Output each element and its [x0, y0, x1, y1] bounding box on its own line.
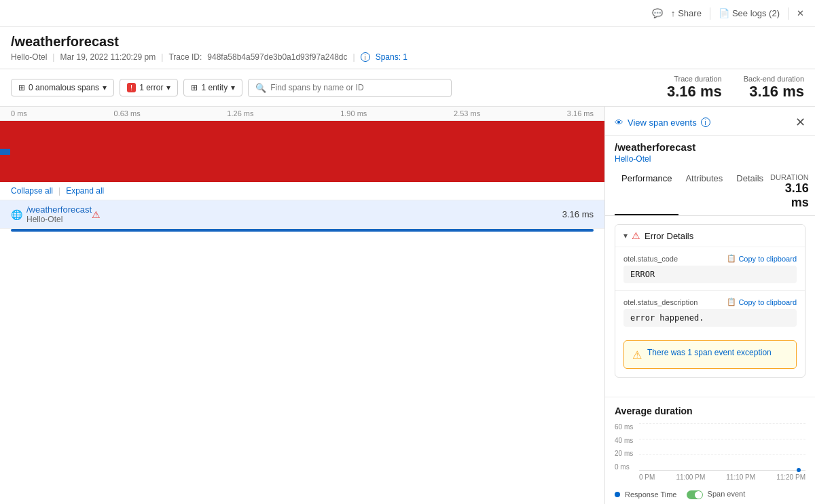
span-name: /weatherforecast	[26, 204, 92, 215]
error-badge-icon: ⚠	[632, 230, 640, 241]
view-span-events-link[interactable]: 👁 View span events i	[615, 118, 710, 128]
span-event-toggle[interactable]	[687, 490, 703, 499]
backend-duration-value: 3.16 ms	[744, 83, 804, 101]
divider	[788, 7, 789, 20]
trace-bar-red	[0, 121, 604, 182]
close-icon: ✕	[797, 8, 804, 18]
status-description-label-row: otel.status_description 📋 Copy to clipbo…	[623, 298, 797, 306]
anomalous-icon: ⊞	[18, 83, 25, 92]
anomalous-spans-button[interactable]: ⊞ 0 anomalous spans ▾	[11, 79, 114, 96]
header-meta: Hello-Otel | Mar 19, 2022 11:20:29 pm | …	[11, 52, 804, 62]
detail-content: ▾ ⚠ Error Details otel.status_code 📋 Cop…	[605, 216, 815, 397]
detail-duration: DURATION 3.16 ms	[770, 168, 809, 215]
entity-icon: ⊞	[191, 83, 198, 92]
tab-attributes[interactable]: Attributes	[678, 168, 729, 215]
span-service: Hello-Otel	[26, 215, 92, 224]
error-label: 1 error	[139, 83, 163, 92]
span-duration: 3.16 ms	[562, 209, 594, 219]
close-button[interactable]: ✕	[797, 8, 804, 18]
copy-status-code-button[interactable]: 📋 Copy to clipboard	[727, 254, 797, 263]
trace-duration-label: Trace duration	[667, 75, 722, 83]
expand-all-link[interactable]: Expand all	[66, 186, 104, 196]
error-section-header[interactable]: ▾ ⚠ Error Details	[615, 225, 805, 247]
trace-duration-block: Trace duration 3.16 ms	[667, 75, 722, 101]
trace-actions: Collapse all | Expand all	[0, 182, 604, 200]
exception-notice: ⚠ There was 1 span event exception	[623, 340, 797, 369]
error-filter-button[interactable]: ! 1 error ▾	[120, 79, 178, 96]
grid-line-60	[639, 423, 805, 424]
detail-close-button[interactable]: ✕	[795, 115, 805, 130]
divider	[710, 7, 710, 20]
trace-id-label: Trace ID:	[168, 52, 202, 62]
detail-panel: 👁 View span events i ✕ /weatherforecast …	[604, 107, 815, 504]
span-row[interactable]: 🌐 /weatherforecast Hello-Otel ⚠ 3.16 ms	[0, 200, 604, 229]
ruler-0: 0 ms	[11, 109, 27, 118]
service-name: Hello-Otel	[11, 52, 47, 62]
share-button[interactable]: ↑ Share	[671, 8, 702, 18]
avg-duration-title: Average duration	[615, 406, 805, 416]
error-icon: ⚠	[92, 209, 101, 220]
chart-area: 60 ms 40 ms 20 ms 0 ms 0 PM 11:00 PM 11:…	[615, 423, 805, 484]
spans-list: 🌐 /weatherforecast Hello-Otel ⚠ 3.16 ms	[0, 200, 604, 504]
info-icon: i	[701, 118, 710, 127]
status-code-value: ERROR	[623, 266, 797, 283]
timeline-ruler: 0 ms 0.63 ms 1.26 ms 1.90 ms 2.53 ms 3.1…	[0, 107, 604, 121]
info-icon: i	[361, 52, 370, 62]
exception-link[interactable]: There was 1 span event exception	[647, 348, 772, 357]
x-0pm: 0 PM	[639, 473, 655, 481]
search-icon: 🔍	[255, 83, 266, 93]
collapse-all-link[interactable]: Collapse all	[11, 186, 53, 196]
duration-label: DURATION	[770, 173, 809, 181]
status-code-field: otel.status_code 📋 Copy to clipboard ERR…	[615, 247, 805, 290]
ruler-5: 3.16 ms	[567, 109, 594, 118]
y-40: 40 ms	[615, 437, 633, 444]
exception-text: There was 1 span event exception	[647, 348, 772, 357]
feedback-button[interactable]: 💬	[652, 8, 663, 18]
span-info: /weatherforecast Hello-Otel	[26, 204, 92, 224]
copy-icon: 📋	[727, 254, 736, 263]
error-badge-num: !	[130, 84, 132, 92]
search-input[interactable]	[270, 83, 444, 92]
span-bar	[11, 229, 594, 232]
ruler-3: 1.90 ms	[340, 109, 367, 118]
share-icon: ↑	[671, 8, 676, 18]
tab-details[interactable]: Details	[729, 168, 770, 215]
entity-filter-button[interactable]: ⊞ 1 entity ▾	[183, 79, 242, 96]
backend-duration-label: Back-end duration	[744, 75, 804, 83]
ruler-1: 0.63 ms	[114, 109, 141, 118]
see-logs-button[interactable]: 📄 See logs (2)	[719, 8, 780, 18]
avg-duration-section: Average duration 60 ms 40 ms 20 ms 0 ms …	[605, 397, 815, 504]
duration-value: 3.16 ms	[770, 181, 809, 210]
chevron-down-icon: ▾	[166, 83, 170, 92]
spans-link[interactable]: Spans: 1	[376, 52, 408, 62]
y-60: 60 ms	[615, 423, 633, 431]
y-20: 20 ms	[615, 450, 633, 457]
detail-tabs: Performance Attributes Details DURATION …	[605, 168, 815, 216]
entity-label: 1 entity	[201, 83, 228, 92]
error-section-title: Error Details	[645, 231, 693, 241]
detail-header: 👁 View span events i ✕	[605, 107, 815, 136]
response-time-legend: Response Time	[615, 490, 677, 499]
tab-performance[interactable]: Performance	[615, 168, 678, 215]
x-1110pm: 11:10 PM	[726, 473, 755, 481]
chevron-down-icon: ▾	[103, 83, 107, 92]
status-code-label-row: otel.status_code 📋 Copy to clipboard	[623, 254, 797, 263]
chart-legend: Response Time Span event	[615, 490, 805, 499]
chart-inner	[639, 423, 805, 471]
globe-icon: 🌐	[11, 209, 22, 220]
view-span-label: View span events	[628, 118, 697, 128]
toolbar: ⊞ 0 anomalous spans ▾ ! 1 error ▾ ⊞ 1 en…	[0, 69, 815, 107]
chevron-down-icon: ▾	[231, 83, 235, 92]
ruler-4: 2.53 ms	[454, 109, 480, 118]
trace-id-value: 948fa58b4a597de3b0a1d93f97a248dc	[207, 52, 347, 62]
error-badge: !	[127, 83, 136, 92]
response-time-dot	[615, 492, 620, 497]
copy-status-desc-button[interactable]: 📋 Copy to clipboard	[727, 298, 797, 306]
page-header: /weatherforecast Hello-Otel | Mar 19, 20…	[0, 27, 815, 69]
span-event-legend: Span event	[687, 490, 746, 499]
duration-info: Trace duration 3.16 ms Back-end duration…	[667, 75, 804, 101]
eye-icon: 👁	[615, 118, 623, 128]
x-1120pm: 11:20 PM	[776, 473, 805, 481]
feedback-icon: 💬	[652, 8, 663, 18]
log-icon: 📄	[719, 8, 729, 18]
